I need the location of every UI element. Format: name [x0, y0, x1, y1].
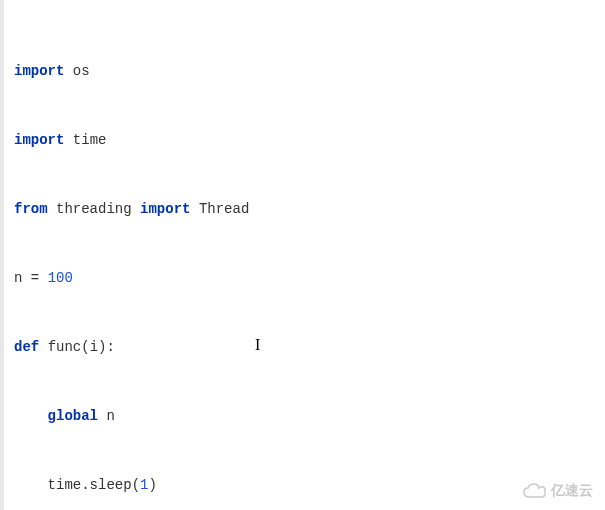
keyword: def — [14, 339, 39, 355]
watermark: 亿速云 — [523, 479, 593, 502]
code-editor: import os import time from threading imp… — [0, 0, 605, 510]
keyword: import — [14, 132, 64, 148]
call: time.sleep — [48, 477, 132, 493]
function-name: func — [48, 339, 82, 355]
code-line: time.sleep(1) — [14, 474, 595, 497]
class-name: Thread — [199, 201, 249, 217]
code-line: n = 100 — [14, 267, 595, 290]
variable: n — [106, 408, 114, 424]
keyword: global — [48, 408, 98, 424]
keyword: import — [140, 201, 190, 217]
param: i — [90, 339, 98, 355]
number: 100 — [48, 270, 73, 286]
code-line: from threading import Thread — [14, 198, 595, 221]
module-name: time — [73, 132, 107, 148]
module-name: os — [73, 63, 90, 79]
cloud-icon — [523, 483, 547, 499]
keyword: from — [14, 201, 48, 217]
keyword: import — [14, 63, 64, 79]
module-name: threading — [56, 201, 132, 217]
paren: ) — [148, 477, 156, 493]
code-line: global n — [14, 405, 595, 428]
paren: ( — [81, 339, 89, 355]
code-line: def func(i): — [14, 336, 595, 359]
paren: ): — [98, 339, 115, 355]
operator: = — [22, 270, 47, 286]
code-line: import os — [14, 60, 595, 83]
code-line: import time — [14, 129, 595, 152]
watermark-text: 亿速云 — [551, 479, 593, 502]
paren: ( — [132, 477, 140, 493]
